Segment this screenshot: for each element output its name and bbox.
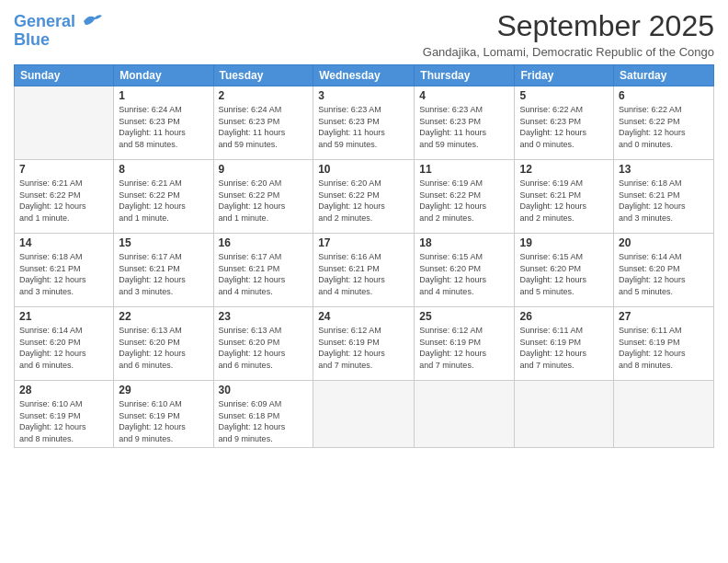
day-info: Sunrise: 6:10 AM Sunset: 6:19 PM Dayligh… xyxy=(19,398,108,444)
table-row xyxy=(15,86,114,160)
table-row xyxy=(515,381,614,448)
table-row: 3Sunrise: 6:23 AM Sunset: 6:23 PM Daylig… xyxy=(313,86,415,160)
table-row: 18Sunrise: 6:15 AM Sunset: 6:20 PM Dayli… xyxy=(415,234,515,307)
table-row: 16Sunrise: 6:17 AM Sunset: 6:21 PM Dayli… xyxy=(213,234,313,307)
day-info: Sunrise: 6:16 AM Sunset: 6:21 PM Dayligh… xyxy=(318,251,409,297)
day-info: Sunrise: 6:18 AM Sunset: 6:21 PM Dayligh… xyxy=(619,178,709,224)
day-info: Sunrise: 6:22 AM Sunset: 6:23 PM Dayligh… xyxy=(519,104,609,150)
day-number: 12 xyxy=(519,163,609,176)
day-info: Sunrise: 6:19 AM Sunset: 6:21 PM Dayligh… xyxy=(519,178,609,224)
day-info: Sunrise: 6:09 AM Sunset: 6:18 PM Dayligh… xyxy=(219,398,309,444)
day-info: Sunrise: 6:24 AM Sunset: 6:23 PM Dayligh… xyxy=(119,104,208,150)
table-row: 29Sunrise: 6:10 AM Sunset: 6:19 PM Dayli… xyxy=(114,381,213,448)
day-number: 22 xyxy=(119,310,208,323)
logo: General Blue xyxy=(14,13,102,50)
day-info: Sunrise: 6:19 AM Sunset: 6:22 PM Dayligh… xyxy=(419,178,509,224)
table-row xyxy=(415,381,515,448)
header-friday: Friday xyxy=(515,65,614,86)
day-number: 20 xyxy=(619,236,709,249)
day-number: 28 xyxy=(19,384,108,396)
day-number: 15 xyxy=(119,236,208,249)
day-info: Sunrise: 6:23 AM Sunset: 6:23 PM Dayligh… xyxy=(419,104,509,150)
header: General Blue September 2025 Gandajika, L… xyxy=(14,9,714,59)
table-row: 21Sunrise: 6:14 AM Sunset: 6:20 PM Dayli… xyxy=(15,307,114,381)
day-info: Sunrise: 6:17 AM Sunset: 6:21 PM Dayligh… xyxy=(119,251,208,297)
table-row: 4Sunrise: 6:23 AM Sunset: 6:23 PM Daylig… xyxy=(415,86,515,160)
header-saturday: Saturday xyxy=(614,65,714,86)
table-row: 15Sunrise: 6:17 AM Sunset: 6:21 PM Dayli… xyxy=(114,234,213,307)
day-number: 17 xyxy=(318,236,409,249)
day-info: Sunrise: 6:21 AM Sunset: 6:22 PM Dayligh… xyxy=(19,178,108,224)
day-number: 3 xyxy=(318,89,409,102)
day-number: 9 xyxy=(219,163,309,176)
day-number: 8 xyxy=(119,163,208,176)
day-info: Sunrise: 6:17 AM Sunset: 6:21 PM Dayligh… xyxy=(219,251,309,297)
day-number: 26 xyxy=(519,310,609,323)
day-info: Sunrise: 6:12 AM Sunset: 6:19 PM Dayligh… xyxy=(318,325,409,371)
day-number: 16 xyxy=(219,236,309,249)
calendar: Sunday Monday Tuesday Wednesday Thursday… xyxy=(14,64,714,448)
table-row: 5Sunrise: 6:22 AM Sunset: 6:23 PM Daylig… xyxy=(515,86,614,160)
table-row: 13Sunrise: 6:18 AM Sunset: 6:21 PM Dayli… xyxy=(614,160,714,234)
day-number: 30 xyxy=(219,384,309,396)
table-row: 26Sunrise: 6:11 AM Sunset: 6:19 PM Dayli… xyxy=(515,307,614,381)
table-row: 2Sunrise: 6:24 AM Sunset: 6:23 PM Daylig… xyxy=(213,86,313,160)
logo-line2: Blue xyxy=(14,31,102,50)
day-number: 24 xyxy=(318,310,409,323)
table-row: 12Sunrise: 6:19 AM Sunset: 6:21 PM Dayli… xyxy=(515,160,614,234)
table-row: 30Sunrise: 6:09 AM Sunset: 6:18 PM Dayli… xyxy=(213,381,313,448)
day-number: 19 xyxy=(519,236,609,249)
day-info: Sunrise: 6:13 AM Sunset: 6:20 PM Dayligh… xyxy=(219,325,309,371)
day-info: Sunrise: 6:21 AM Sunset: 6:22 PM Dayligh… xyxy=(119,178,208,224)
day-number: 29 xyxy=(119,384,208,396)
day-number: 18 xyxy=(419,236,509,249)
day-info: Sunrise: 6:24 AM Sunset: 6:23 PM Dayligh… xyxy=(219,104,309,150)
day-info: Sunrise: 6:14 AM Sunset: 6:20 PM Dayligh… xyxy=(619,251,709,297)
day-number: 21 xyxy=(19,310,108,323)
page: General Blue September 2025 Gandajika, L… xyxy=(0,0,728,563)
day-info: Sunrise: 6:20 AM Sunset: 6:22 PM Dayligh… xyxy=(318,178,409,224)
day-info: Sunrise: 6:13 AM Sunset: 6:20 PM Dayligh… xyxy=(119,325,208,371)
title-section: September 2025 Gandajika, Lomami, Democr… xyxy=(423,9,714,59)
day-number: 23 xyxy=(219,310,309,323)
day-info: Sunrise: 6:22 AM Sunset: 6:22 PM Dayligh… xyxy=(619,104,709,150)
table-row: 9Sunrise: 6:20 AM Sunset: 6:22 PM Daylig… xyxy=(213,160,313,234)
table-row: 10Sunrise: 6:20 AM Sunset: 6:22 PM Dayli… xyxy=(313,160,415,234)
table-row xyxy=(313,381,415,448)
day-info: Sunrise: 6:20 AM Sunset: 6:22 PM Dayligh… xyxy=(219,178,309,224)
table-row: 27Sunrise: 6:11 AM Sunset: 6:19 PM Dayli… xyxy=(614,307,714,381)
table-row: 7Sunrise: 6:21 AM Sunset: 6:22 PM Daylig… xyxy=(15,160,114,234)
table-row: 25Sunrise: 6:12 AM Sunset: 6:19 PM Dayli… xyxy=(415,307,515,381)
day-info: Sunrise: 6:10 AM Sunset: 6:19 PM Dayligh… xyxy=(119,398,208,444)
table-row: 1Sunrise: 6:24 AM Sunset: 6:23 PM Daylig… xyxy=(114,86,213,160)
day-info: Sunrise: 6:12 AM Sunset: 6:19 PM Dayligh… xyxy=(419,325,509,371)
month-title: September 2025 xyxy=(423,9,714,43)
table-row: 20Sunrise: 6:14 AM Sunset: 6:20 PM Dayli… xyxy=(614,234,714,307)
logo-text: General xyxy=(14,13,102,31)
day-number: 11 xyxy=(419,163,509,176)
header-tuesday: Tuesday xyxy=(213,65,313,86)
header-thursday: Thursday xyxy=(415,65,515,86)
table-row: 19Sunrise: 6:15 AM Sunset: 6:20 PM Dayli… xyxy=(515,234,614,307)
table-row: 28Sunrise: 6:10 AM Sunset: 6:19 PM Dayli… xyxy=(15,381,114,448)
day-info: Sunrise: 6:23 AM Sunset: 6:23 PM Dayligh… xyxy=(318,104,409,150)
day-info: Sunrise: 6:14 AM Sunset: 6:20 PM Dayligh… xyxy=(19,325,108,371)
header-monday: Monday xyxy=(114,65,213,86)
day-number: 2 xyxy=(219,89,309,102)
header-sunday: Sunday xyxy=(15,65,114,86)
day-number: 25 xyxy=(419,310,509,323)
day-number: 10 xyxy=(318,163,409,176)
day-number: 6 xyxy=(619,89,709,102)
day-number: 5 xyxy=(519,89,609,102)
day-number: 13 xyxy=(619,163,709,176)
table-row: 8Sunrise: 6:21 AM Sunset: 6:22 PM Daylig… xyxy=(114,160,213,234)
table-row: 14Sunrise: 6:18 AM Sunset: 6:21 PM Dayli… xyxy=(15,234,114,307)
calendar-header-row: Sunday Monday Tuesday Wednesday Thursday… xyxy=(15,65,714,86)
header-wednesday: Wednesday xyxy=(313,65,415,86)
day-info: Sunrise: 6:18 AM Sunset: 6:21 PM Dayligh… xyxy=(19,251,108,297)
table-row: 23Sunrise: 6:13 AM Sunset: 6:20 PM Dayli… xyxy=(213,307,313,381)
day-number: 27 xyxy=(619,310,709,323)
table-row xyxy=(614,381,714,448)
location-title: Gandajika, Lomami, Democratic Republic o… xyxy=(423,45,714,59)
table-row: 11Sunrise: 6:19 AM Sunset: 6:22 PM Dayli… xyxy=(415,160,515,234)
